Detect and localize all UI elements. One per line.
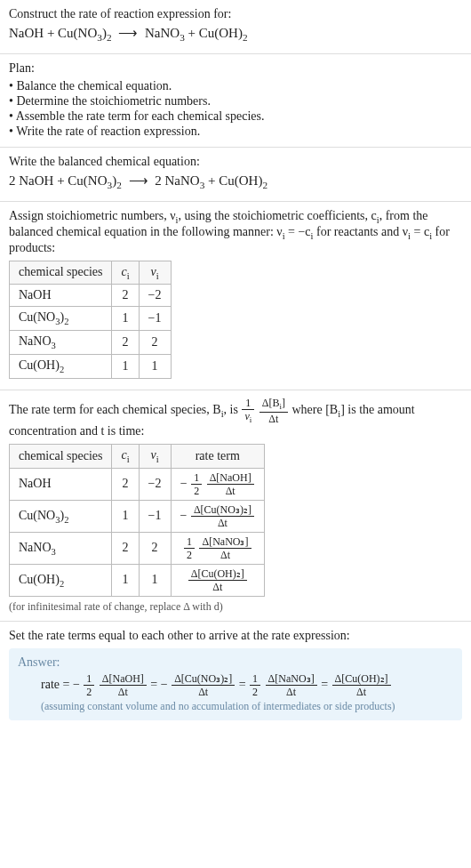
num: 1 xyxy=(242,398,254,410)
den: Δt xyxy=(266,686,317,697)
den: Δt xyxy=(188,581,247,592)
fraction: Δ[Cu(NO₃)₂]Δt xyxy=(191,504,254,528)
fraction: Δ[Cu(NO₃)₂]Δt xyxy=(172,673,235,697)
balanced-heading: Write the balanced chemical equation: xyxy=(9,155,462,169)
prompt-title: Construct the rate of reaction expressio… xyxy=(9,7,462,21)
sub: 2 xyxy=(60,365,64,374)
col-species: chemical species xyxy=(10,261,112,285)
eq-rhs: NaNO xyxy=(145,26,180,40)
fraction: Δ[Cu(OH)₂]Δt xyxy=(188,568,247,592)
num: 1 xyxy=(191,472,202,485)
cell-species: Cu(NO3)2 xyxy=(10,500,112,532)
den: Δt xyxy=(172,686,235,697)
num: Δ[NaOH] xyxy=(207,472,254,485)
plan-item: • Determine the stoichiometric numbers. xyxy=(9,94,462,108)
fraction: 12 xyxy=(191,472,202,496)
cell-rate: Δ[Cu(OH)₂]Δt xyxy=(171,564,264,596)
cell-nu: −2 xyxy=(139,285,171,307)
prompt-section: Construct the rate of reaction expressio… xyxy=(0,0,471,54)
arrow-icon: ⟶ xyxy=(125,173,152,188)
sub: 3 xyxy=(52,341,56,350)
table-row: NaOH 2 −2 xyxy=(10,285,172,307)
sign: − xyxy=(73,678,80,691)
num: Δ[Cu(OH)₂] xyxy=(188,568,247,581)
cell-nu: 2 xyxy=(139,532,171,564)
rate-term-note: (for infinitesimal rate of change, repla… xyxy=(9,600,462,614)
balanced-section: Write the balanced chemical equation: 2 … xyxy=(0,148,471,202)
cell-species: Cu(OH)2 xyxy=(10,564,112,596)
col-nu: νi xyxy=(139,261,171,285)
cell-c: 2 xyxy=(112,468,139,500)
num: Δ[Bi] xyxy=(259,398,288,413)
sign: − xyxy=(180,477,188,490)
text: for reactants and ν xyxy=(313,225,408,238)
text: = c xyxy=(411,225,429,238)
plan-item: • Assemble the rate term for each chemic… xyxy=(9,109,462,124)
text: where [B xyxy=(292,403,339,416)
final-section: Set the rate terms equal to each other t… xyxy=(0,622,471,727)
fraction: 12 xyxy=(250,673,260,697)
den: Δt xyxy=(332,686,391,697)
cell-rate: − Δ[Cu(NO₃)₂]Δt xyxy=(171,500,264,532)
cell-c: 1 xyxy=(112,354,139,378)
num: 1 xyxy=(250,673,260,686)
eq-text: + Cu(OH) xyxy=(185,26,243,40)
final-heading: Set the rate terms equal to each other t… xyxy=(9,629,462,643)
equals: = xyxy=(150,678,160,691)
num: Δ[Cu(NO₃)₂] xyxy=(172,673,235,686)
plan-item: • Write the rate of reaction expression. xyxy=(9,125,462,139)
cell-c: 2 xyxy=(112,285,139,307)
answer-assumption: (assuming constant volume and no accumul… xyxy=(18,700,453,713)
sub: 2 xyxy=(60,578,64,588)
fraction: Δ[NaOH]Δt xyxy=(100,673,147,697)
sub: 2 xyxy=(64,514,68,524)
fraction: 12 xyxy=(84,673,94,697)
arrow-icon: ⟶ xyxy=(115,26,141,40)
cell-c: 1 xyxy=(112,307,139,331)
den: 2 xyxy=(250,686,260,697)
sign: − xyxy=(161,678,168,691)
eq-sub: 2 xyxy=(107,32,112,43)
fraction: 1νi xyxy=(242,398,254,424)
den: Δt xyxy=(207,485,254,496)
text: The rate term for each chemical species,… xyxy=(9,403,221,416)
eq-text: + Cu(OH) xyxy=(204,173,262,188)
fraction: Δ[NaOH]Δt xyxy=(207,472,254,496)
num: 1 xyxy=(184,536,195,549)
eq-lhs: NaOH + Cu(NO xyxy=(9,26,97,40)
eq-sub: 2 xyxy=(262,180,267,190)
num: Δ[Cu(NO₃)₂] xyxy=(191,504,254,517)
table-header-row: chemical species ci νi rate term xyxy=(10,445,265,469)
cell-nu: −2 xyxy=(139,468,171,500)
cell-nu: 1 xyxy=(139,564,171,596)
table-row: NaOH 2 −2 − 12 Δ[NaOH]Δt xyxy=(10,468,265,500)
num: 1 xyxy=(84,673,94,686)
den: Δt xyxy=(100,686,147,697)
cell-species: NaNO3 xyxy=(10,331,112,355)
den: Δt xyxy=(191,517,254,528)
col-c: ci xyxy=(112,261,139,285)
num: Δ[NaOH] xyxy=(100,673,147,686)
plan-item: • Balance the chemical equation. xyxy=(9,79,462,93)
eq-lhs: 2 NaOH + Cu(NO xyxy=(9,173,108,188)
sign: − xyxy=(180,509,188,522)
fraction: Δ[Bi]Δt xyxy=(259,398,288,424)
cell-nu: −1 xyxy=(139,307,171,331)
cell-species: NaOH xyxy=(10,285,112,307)
text: NaNO xyxy=(19,541,52,554)
answer-label: Answer: xyxy=(18,655,453,670)
balanced-equation: 2 NaOH + Cu(NO3)2 ⟶ 2 NaNO3 + Cu(OH)2 xyxy=(9,173,462,190)
rate-term-intro: The rate term for each chemical species,… xyxy=(9,398,462,438)
prompt-equation: NaOH + Cu(NO3)2 ⟶ NaNO3 + Cu(OH)2 xyxy=(9,25,462,43)
eq-rhs: 2 NaNO xyxy=(155,173,199,188)
answer-box: Answer: rate = − 12 Δ[NaOH]Δt = − Δ[Cu(N… xyxy=(9,648,462,720)
plan-section: Plan: • Balance the chemical equation. •… xyxy=(0,54,471,148)
num: Δ[Cu(OH)₂] xyxy=(332,673,391,686)
equals: = xyxy=(321,678,331,691)
table-row: Cu(NO3)2 1 −1 xyxy=(10,307,172,331)
num: Δ[NaNO₃] xyxy=(199,536,251,549)
sub: 3 xyxy=(52,546,56,556)
text: , using the stoichiometric coefficients,… xyxy=(178,209,376,222)
text: Cu(OH) xyxy=(19,358,60,372)
cell-nu: 2 xyxy=(139,331,171,355)
